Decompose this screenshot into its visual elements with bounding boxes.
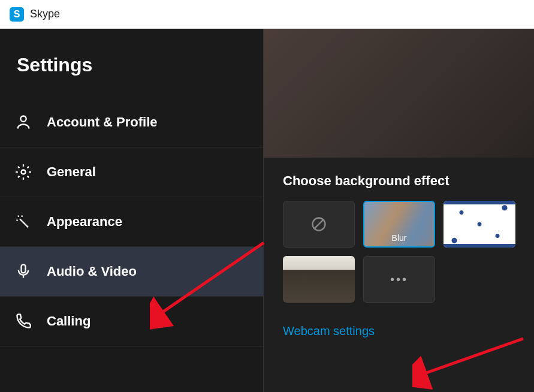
video-preview <box>264 29 534 158</box>
microphone-icon <box>13 261 34 282</box>
effect-label: Blur <box>392 233 407 243</box>
wand-icon <box>13 212 34 232</box>
sidebar-item-appearance[interactable]: Appearance <box>0 197 263 247</box>
gear-icon <box>13 162 34 182</box>
sidebar-item-label: General <box>47 164 96 180</box>
settings-content: Settings Account & Profile General <box>0 29 534 392</box>
sidebar-item-label: Account & Profile <box>47 114 158 130</box>
none-icon <box>310 216 327 233</box>
settings-sidebar: Settings Account & Profile General <box>0 29 264 392</box>
svg-point-0 <box>20 116 26 122</box>
webcam-settings-link[interactable]: Webcam settings <box>283 324 375 338</box>
svg-rect-2 <box>22 264 26 273</box>
sidebar-item-general[interactable]: General <box>0 147 263 197</box>
more-icon: ••• <box>390 273 408 287</box>
sidebar-item-calling[interactable]: Calling <box>0 297 263 346</box>
sidebar-item-label: Appearance <box>47 214 122 230</box>
settings-main-panel: Choose background effect Blur ••• Webcam… <box>264 29 534 392</box>
effect-blur[interactable]: Blur <box>363 201 435 248</box>
section-title: Choose background effect <box>264 158 534 201</box>
sidebar-item-label: Audio & Video <box>47 264 137 279</box>
sidebar-item-audio-video[interactable]: Audio & Video <box>0 247 263 297</box>
effect-pattern-1[interactable] <box>444 201 515 248</box>
person-icon <box>13 112 34 132</box>
effect-more[interactable]: ••• <box>363 256 435 303</box>
svg-line-4 <box>314 219 324 229</box>
background-effects-grid: Blur ••• <box>264 201 534 303</box>
sidebar-item-label: Calling <box>47 313 90 329</box>
app-title: Skype <box>30 8 60 20</box>
titlebar: S Skype <box>0 0 534 29</box>
sidebar-item-account-profile[interactable]: Account & Profile <box>0 98 263 147</box>
settings-header: Settings <box>0 29 263 98</box>
effect-room-1[interactable] <box>283 256 355 303</box>
skype-logo-icon: S <box>10 7 24 22</box>
effect-none[interactable] <box>283 201 355 248</box>
phone-icon <box>13 311 34 331</box>
svg-point-1 <box>22 170 26 174</box>
